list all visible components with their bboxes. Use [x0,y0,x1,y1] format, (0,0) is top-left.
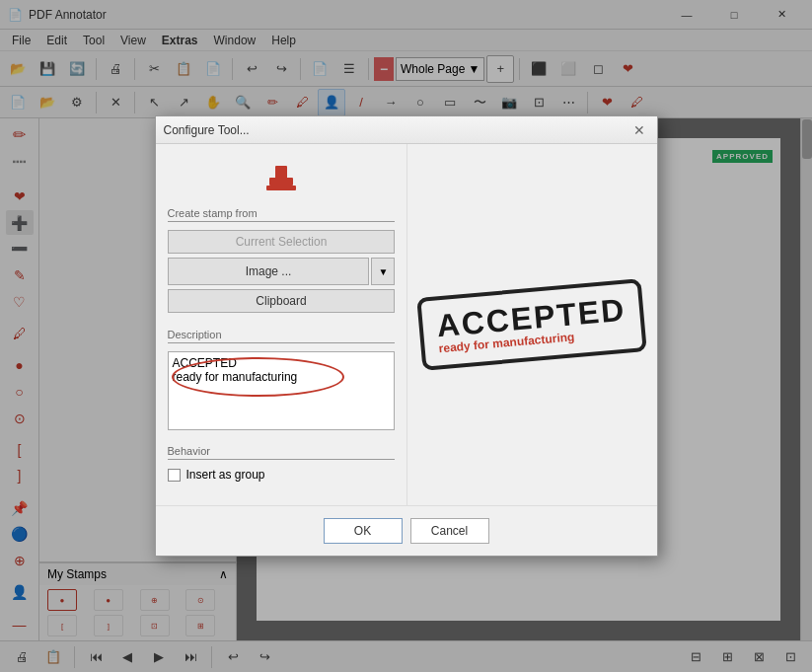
image-row: Image ... ▼ [168,258,396,285]
image-dropdown[interactable]: ▼ [371,258,395,285]
dialog-body: Create stamp from Current Selection Imag… [156,144,657,505]
current-selection-btn[interactable]: Current Selection [168,230,396,254]
description-label: Description [168,329,396,343]
description-textarea[interactable]: ACCEPTED ready for manufacturing [168,351,396,430]
insert-as-group-row: Insert as group [168,468,396,482]
modal-overlay: Configure Tool... ✕ Create stamp from [0,0,812,672]
textarea-wrapper: ACCEPTED ready for manufacturing [168,351,396,433]
behavior-section: Behavior Insert as group [168,445,396,482]
svg-rect-1 [275,166,287,180]
description-section: Description ACCEPTED ready for manufactu… [168,329,396,433]
stamp-icon-area [168,156,396,195]
dialog-close-btn[interactable]: ✕ [629,120,649,140]
clipboard-btn[interactable]: Clipboard [168,289,396,313]
insert-as-group-checkbox[interactable] [168,469,181,482]
insert-as-group-label: Insert as group [186,468,265,482]
stamp-preview: ACCEPTED ready for manufacturing [417,278,648,371]
dialog-titlebar: Configure Tool... ✕ [156,116,657,144]
configure-tool-dialog: Configure Tool... ✕ Create stamp from [155,115,658,557]
ok-button[interactable]: OK [324,518,403,544]
behavior-label: Behavior [168,445,396,460]
stamp-tool-icon [261,156,301,195]
image-btn[interactable]: Image ... [168,258,370,285]
svg-rect-2 [266,186,296,190]
create-stamp-section: Create stamp from Current Selection Imag… [168,207,396,313]
dialog-title: Configure Tool... [164,123,250,137]
cancel-button[interactable]: Cancel [410,518,489,544]
dialog-buttons: OK Cancel [156,505,657,556]
create-stamp-label: Create stamp from [168,207,396,222]
dialog-left-panel: Create stamp from Current Selection Imag… [156,144,408,505]
dialog-right-panel: ACCEPTED ready for manufacturing [407,144,656,505]
